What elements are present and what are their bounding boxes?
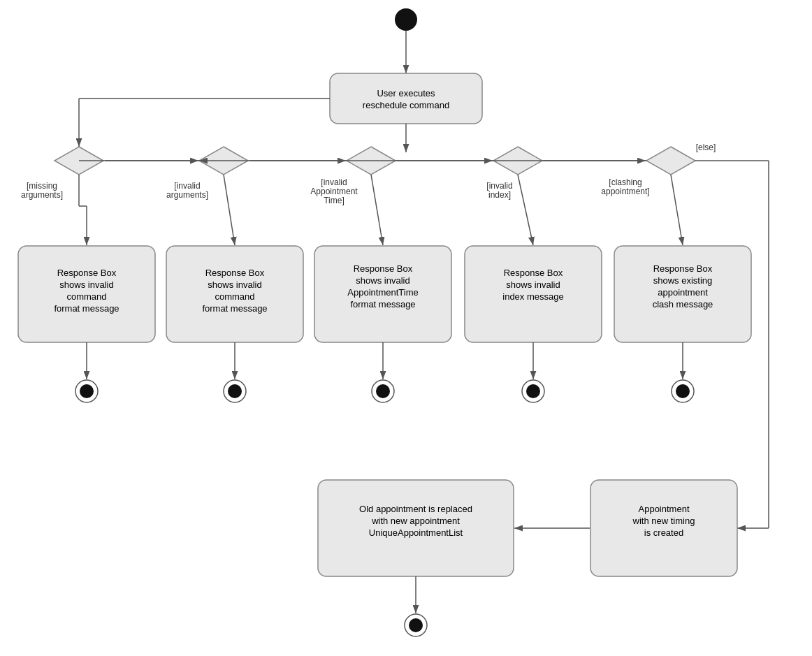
box5-t3: appointment bbox=[658, 287, 708, 298]
end2-inner bbox=[228, 384, 242, 398]
box6-t2: with new timing bbox=[632, 516, 695, 526]
box1-t3: command bbox=[66, 291, 106, 302]
box4-t2: shows invalid bbox=[506, 279, 560, 290]
label-invalid-args2: arguments] bbox=[166, 190, 208, 200]
box2-t4: format message bbox=[202, 303, 267, 314]
box1-t1: Response Box bbox=[57, 268, 117, 278]
arr-d5-box5 bbox=[671, 175, 683, 245]
arr-d2-box2 bbox=[224, 175, 235, 245]
box2-t2: shows invalid bbox=[208, 279, 261, 290]
box5-t1: Response Box bbox=[653, 263, 713, 274]
box3-t4: format message bbox=[350, 299, 415, 309]
end3-inner bbox=[376, 384, 390, 398]
end6-inner bbox=[409, 618, 423, 632]
label-inv-idx: [invalid bbox=[486, 181, 512, 191]
box6-t1: Appointment bbox=[639, 504, 690, 514]
box5-t2: shows existing bbox=[653, 275, 713, 286]
diamond-5 bbox=[646, 147, 695, 175]
box7-t3: UniqueAppointmentList bbox=[369, 527, 463, 538]
box3-t3: AppointmentTime bbox=[347, 287, 418, 298]
label-inv-apt2: Appointment bbox=[310, 187, 358, 196]
execute-text2: reschedule command bbox=[363, 100, 449, 110]
box2-t3: command bbox=[215, 291, 254, 302]
box6-t3: is created bbox=[644, 527, 683, 538]
label-invalid-args: [invalid bbox=[174, 181, 200, 191]
box7-t1: Old appointment is replaced bbox=[359, 504, 472, 514]
arr-d3-box3 bbox=[371, 175, 383, 245]
box2-t1: Response Box bbox=[205, 268, 265, 278]
box3-t2: shows invalid bbox=[356, 275, 409, 286]
box1-t2: shows invalid bbox=[59, 279, 113, 290]
box1-t4: format message bbox=[54, 303, 119, 314]
end5-inner bbox=[676, 384, 690, 398]
activity-diagram: User executes reschedule command [else] … bbox=[0, 0, 812, 656]
else-label: [else] bbox=[696, 143, 716, 152]
label-clash2: appointment] bbox=[601, 187, 649, 196]
label-missing: [missing bbox=[27, 181, 57, 191]
label-inv-idx2: index] bbox=[488, 190, 511, 200]
execute-text: User executes bbox=[377, 88, 435, 99]
box5-t4: clash message bbox=[653, 299, 713, 309]
label-clash: [clashing bbox=[609, 177, 641, 187]
box7-t2: with new appointment bbox=[371, 516, 460, 526]
box4-t3: index message bbox=[502, 291, 563, 302]
box3-t1: Response Box bbox=[354, 263, 413, 274]
label-inv-apt: [invalid bbox=[321, 177, 347, 187]
end4-inner bbox=[526, 384, 540, 398]
box4-t1: Response Box bbox=[504, 268, 563, 278]
end1-inner bbox=[80, 384, 94, 398]
start-node bbox=[395, 8, 417, 31]
arr-d4-box4 bbox=[518, 175, 533, 245]
label-inv-apt3: Time] bbox=[324, 196, 345, 205]
label-missing2: arguments] bbox=[21, 190, 63, 200]
